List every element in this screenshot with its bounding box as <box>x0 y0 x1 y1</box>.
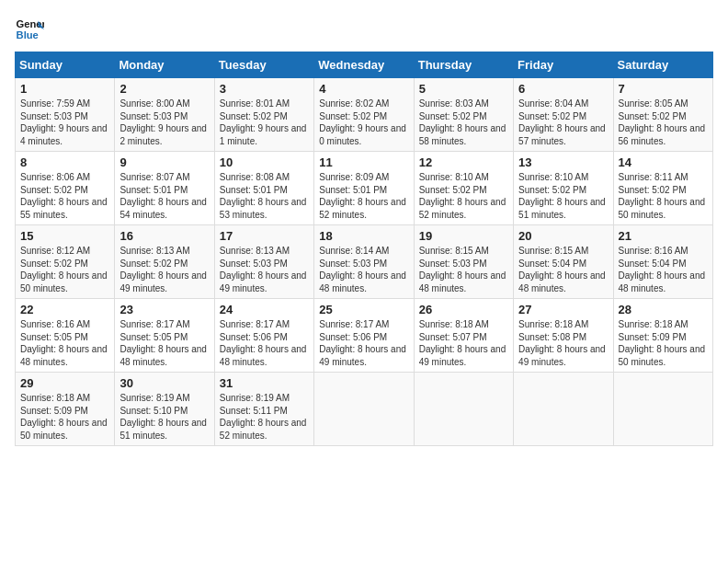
week-row-2: 8 Sunrise: 8:06 AM Sunset: 5:02 PM Dayli… <box>16 152 713 225</box>
day-info: Sunrise: 8:18 AM Sunset: 5:08 PM Dayligh… <box>518 318 608 368</box>
calendar-cell: 6 Sunrise: 8:04 AM Sunset: 5:02 PM Dayli… <box>514 78 613 152</box>
day-info: Sunrise: 8:08 AM Sunset: 5:01 PM Dayligh… <box>220 171 309 221</box>
day-number: 13 <box>518 155 608 169</box>
day-info: Sunrise: 8:14 AM Sunset: 5:03 PM Dayligh… <box>319 245 408 294</box>
calendar-cell: 21 Sunrise: 8:16 AM Sunset: 5:04 PM Dayl… <box>613 225 712 299</box>
calendar-cell: 30 Sunrise: 8:19 AM Sunset: 5:10 PM Dayl… <box>115 373 214 446</box>
day-number: 12 <box>419 155 508 169</box>
day-info: Sunrise: 8:15 AM Sunset: 5:04 PM Dayligh… <box>518 245 608 294</box>
day-number: 8 <box>20 155 109 169</box>
day-number: 16 <box>119 229 209 243</box>
day-number: 27 <box>518 303 608 316</box>
calendar-cell: 22 Sunrise: 8:16 AM Sunset: 5:05 PM Dayl… <box>16 299 115 373</box>
weekday-header-row: SundayMondayTuesdayWednesdayThursdayFrid… <box>16 52 713 78</box>
calendar-cell: 31 Sunrise: 8:19 AM Sunset: 5:11 PM Dayl… <box>214 373 313 446</box>
day-info: Sunrise: 8:04 AM Sunset: 5:02 PM Dayligh… <box>518 98 608 147</box>
day-number: 23 <box>119 303 209 316</box>
calendar-cell: 5 Sunrise: 8:03 AM Sunset: 5:02 PM Dayli… <box>414 78 513 152</box>
calendar-cell: 29 Sunrise: 8:18 AM Sunset: 5:09 PM Dayl… <box>16 373 115 446</box>
calendar-cell: 14 Sunrise: 8:11 AM Sunset: 5:02 PM Dayl… <box>613 152 712 225</box>
day-info: Sunrise: 8:18 AM Sunset: 5:07 PM Dayligh… <box>419 318 508 368</box>
weekday-thursday: Thursday <box>414 52 513 78</box>
day-number: 19 <box>419 229 508 243</box>
day-number: 1 <box>20 82 109 96</box>
day-number: 30 <box>119 376 209 390</box>
weekday-friday: Friday <box>514 52 613 78</box>
day-number: 21 <box>619 229 708 243</box>
svg-text:Blue: Blue <box>17 29 39 40</box>
week-row-5: 29 Sunrise: 8:18 AM Sunset: 5:09 PM Dayl… <box>16 373 713 446</box>
day-info: Sunrise: 8:11 AM Sunset: 5:02 PM Dayligh… <box>619 171 708 221</box>
day-number: 11 <box>319 155 408 169</box>
calendar-body: 1 Sunrise: 7:59 AM Sunset: 5:03 PM Dayli… <box>16 78 713 446</box>
day-info: Sunrise: 8:06 AM Sunset: 5:02 PM Dayligh… <box>20 171 109 221</box>
day-info: Sunrise: 8:00 AM Sunset: 5:03 PM Dayligh… <box>119 98 209 147</box>
day-number: 10 <box>220 155 309 169</box>
day-info: Sunrise: 8:17 AM Sunset: 5:06 PM Dayligh… <box>220 318 309 368</box>
calendar-cell: 8 Sunrise: 8:06 AM Sunset: 5:02 PM Dayli… <box>16 152 115 225</box>
week-row-3: 15 Sunrise: 8:12 AM Sunset: 5:02 PM Dayl… <box>16 225 713 299</box>
day-info: Sunrise: 8:16 AM Sunset: 5:05 PM Dayligh… <box>20 318 109 368</box>
day-info: Sunrise: 8:18 AM Sunset: 5:09 PM Dayligh… <box>20 392 109 442</box>
day-info: Sunrise: 8:18 AM Sunset: 5:09 PM Dayligh… <box>619 318 708 368</box>
day-number: 20 <box>518 229 608 243</box>
calendar-cell: 3 Sunrise: 8:01 AM Sunset: 5:02 PM Dayli… <box>214 78 313 152</box>
calendar-cell: 18 Sunrise: 8:14 AM Sunset: 5:03 PM Dayl… <box>314 225 414 299</box>
calendar-cell: 13 Sunrise: 8:10 AM Sunset: 5:02 PM Dayl… <box>514 152 613 225</box>
calendar-cell <box>414 373 513 446</box>
day-info: Sunrise: 8:17 AM Sunset: 5:05 PM Dayligh… <box>119 318 209 368</box>
calendar-cell: 9 Sunrise: 8:07 AM Sunset: 5:01 PM Dayli… <box>115 152 214 225</box>
day-info: Sunrise: 8:13 AM Sunset: 5:02 PM Dayligh… <box>119 245 209 294</box>
calendar-cell: 17 Sunrise: 8:13 AM Sunset: 5:03 PM Dayl… <box>214 225 313 299</box>
calendar-table: SundayMondayTuesdayWednesdayThursdayFrid… <box>15 52 713 446</box>
calendar-cell: 4 Sunrise: 8:02 AM Sunset: 5:02 PM Dayli… <box>314 78 414 152</box>
calendar-cell: 10 Sunrise: 8:08 AM Sunset: 5:01 PM Dayl… <box>214 152 313 225</box>
calendar-cell <box>314 373 414 446</box>
weekday-monday: Monday <box>115 52 214 78</box>
day-number: 9 <box>119 155 209 169</box>
day-number: 26 <box>419 303 508 316</box>
logo: General Blue <box>15 15 44 44</box>
day-number: 31 <box>220 376 309 390</box>
day-info: Sunrise: 8:09 AM Sunset: 5:01 PM Dayligh… <box>319 171 408 221</box>
day-number: 3 <box>220 82 309 96</box>
day-info: Sunrise: 8:13 AM Sunset: 5:03 PM Dayligh… <box>220 245 309 294</box>
day-number: 17 <box>220 229 309 243</box>
day-info: Sunrise: 8:17 AM Sunset: 5:06 PM Dayligh… <box>319 318 408 368</box>
day-number: 6 <box>518 82 608 96</box>
day-number: 28 <box>619 303 708 316</box>
day-number: 5 <box>419 82 508 96</box>
day-info: Sunrise: 8:19 AM Sunset: 5:11 PM Dayligh… <box>220 392 309 442</box>
day-number: 29 <box>20 376 109 390</box>
day-number: 7 <box>619 82 708 96</box>
weekday-tuesday: Tuesday <box>214 52 313 78</box>
day-number: 4 <box>319 82 408 96</box>
day-info: Sunrise: 8:16 AM Sunset: 5:04 PM Dayligh… <box>619 245 708 294</box>
calendar-cell: 26 Sunrise: 8:18 AM Sunset: 5:07 PM Dayl… <box>414 299 513 373</box>
day-info: Sunrise: 8:03 AM Sunset: 5:02 PM Dayligh… <box>419 98 508 147</box>
week-row-1: 1 Sunrise: 7:59 AM Sunset: 5:03 PM Dayli… <box>16 78 713 152</box>
weekday-sunday: Sunday <box>16 52 115 78</box>
day-info: Sunrise: 7:59 AM Sunset: 5:03 PM Dayligh… <box>20 98 109 147</box>
day-info: Sunrise: 8:19 AM Sunset: 5:10 PM Dayligh… <box>119 392 209 442</box>
calendar-cell: 7 Sunrise: 8:05 AM Sunset: 5:02 PM Dayli… <box>613 78 712 152</box>
calendar-cell <box>613 373 712 446</box>
calendar-cell: 25 Sunrise: 8:17 AM Sunset: 5:06 PM Dayl… <box>314 299 414 373</box>
calendar-cell: 23 Sunrise: 8:17 AM Sunset: 5:05 PM Dayl… <box>115 299 214 373</box>
day-number: 25 <box>319 303 408 316</box>
day-info: Sunrise: 8:10 AM Sunset: 5:02 PM Dayligh… <box>518 171 608 221</box>
calendar-cell: 12 Sunrise: 8:10 AM Sunset: 5:02 PM Dayl… <box>414 152 513 225</box>
calendar-cell: 28 Sunrise: 8:18 AM Sunset: 5:09 PM Dayl… <box>613 299 712 373</box>
day-info: Sunrise: 8:10 AM Sunset: 5:02 PM Dayligh… <box>419 171 508 221</box>
day-info: Sunrise: 8:12 AM Sunset: 5:02 PM Dayligh… <box>20 245 109 294</box>
calendar-cell: 19 Sunrise: 8:15 AM Sunset: 5:03 PM Dayl… <box>414 225 513 299</box>
logo-icon: General Blue <box>15 15 44 44</box>
day-number: 2 <box>119 82 209 96</box>
calendar-cell: 16 Sunrise: 8:13 AM Sunset: 5:02 PM Dayl… <box>115 225 214 299</box>
calendar-cell <box>514 373 613 446</box>
day-info: Sunrise: 8:15 AM Sunset: 5:03 PM Dayligh… <box>419 245 508 294</box>
calendar-cell: 1 Sunrise: 7:59 AM Sunset: 5:03 PM Dayli… <box>16 78 115 152</box>
page-header: General Blue <box>15 15 713 44</box>
day-number: 18 <box>319 229 408 243</box>
day-info: Sunrise: 8:07 AM Sunset: 5:01 PM Dayligh… <box>119 171 209 221</box>
